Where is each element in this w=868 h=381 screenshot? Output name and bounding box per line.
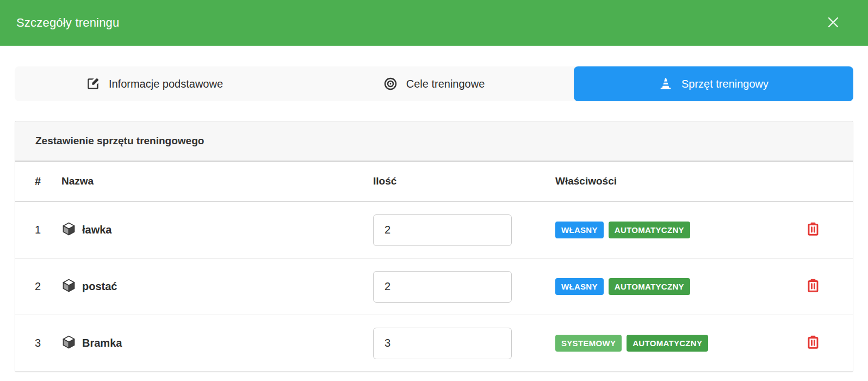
close-icon [827, 16, 840, 30]
trash-icon [805, 221, 821, 239]
delete-button[interactable] [805, 278, 821, 296]
row-index: 1 [15, 224, 61, 236]
modal-body: Informacje podstawowe Cele treningowe [0, 66, 868, 372]
table-row: 1 ławka WŁASNYAUTOMATYCZNY [15, 202, 853, 259]
modal-header: Szczegóły treningu [0, 0, 868, 46]
property-badges: WŁASNYAUTOMATYCZNY [555, 278, 773, 295]
tab-label: Cele treningowe [406, 78, 485, 90]
col-header-quantity: Ilość [373, 175, 555, 187]
tab-bar: Informacje podstawowe Cele treningowe [15, 66, 853, 101]
table-header-row: # Nazwa Ilość Właściwości [15, 162, 853, 202]
cube-icon [61, 335, 76, 352]
traffic-cone-icon [659, 77, 673, 91]
edit-icon [86, 77, 100, 91]
row-index: 2 [15, 280, 61, 293]
property-badge: WŁASNY [555, 278, 604, 295]
equipment-name: ławka [82, 224, 111, 236]
delete-button[interactable] [805, 221, 821, 239]
cube-icon [61, 278, 76, 296]
equipment-name: postać [82, 280, 117, 293]
equipment-table: # Nazwa Ilość Właściwości 1 ławka WŁASNY… [15, 162, 853, 372]
close-button[interactable] [823, 13, 843, 33]
tab-label: Informacje podstawowe [109, 78, 223, 90]
table-body: 1 ławka WŁASNYAUTOMATYCZNY [15, 202, 853, 372]
trash-icon [805, 334, 821, 352]
col-header-index: # [15, 175, 61, 188]
property-badge: AUTOMATYCZNY [609, 222, 690, 238]
table-row: 2 postać WŁASNYAUTOMATYCZNY [15, 259, 853, 315]
property-badges: WŁASNYAUTOMATYCZNY [555, 222, 773, 238]
col-header-name: Nazwa [61, 175, 373, 187]
property-badge: SYSTEMOWY [555, 335, 622, 352]
quantity-input[interactable] [373, 328, 512, 359]
tab-training-equipment[interactable]: Sprzęt treningowy [574, 66, 853, 101]
property-badge: WŁASNY [555, 222, 604, 238]
equipment-card: Zestawienie sprzętu treningowego # Nazwa… [15, 121, 853, 372]
table-row: 3 Bramka SYSTEMOWYAUTOMATYCZNY [15, 315, 853, 372]
modal-title: Szczegóły treningu [16, 16, 119, 30]
card-title: Zestawienie sprzętu treningowego [15, 121, 853, 162]
trash-icon [805, 278, 821, 296]
col-header-properties: Właściwości [555, 175, 773, 187]
tab-label: Sprzęt treningowy [681, 78, 768, 90]
quantity-input[interactable] [373, 271, 512, 303]
delete-button[interactable] [805, 334, 821, 352]
quantity-input[interactable] [373, 214, 512, 246]
row-index: 3 [15, 337, 61, 349]
tab-training-goals[interactable]: Cele treningowe [294, 66, 574, 101]
target-icon [383, 77, 398, 91]
property-badges: SYSTEMOWYAUTOMATYCZNY [555, 335, 773, 352]
property-badge: AUTOMATYCZNY [609, 278, 690, 295]
cube-icon [61, 222, 76, 239]
tab-basic-info[interactable]: Informacje podstawowe [15, 66, 294, 101]
property-badge: AUTOMATYCZNY [627, 335, 708, 352]
equipment-name: Bramka [82, 337, 122, 349]
